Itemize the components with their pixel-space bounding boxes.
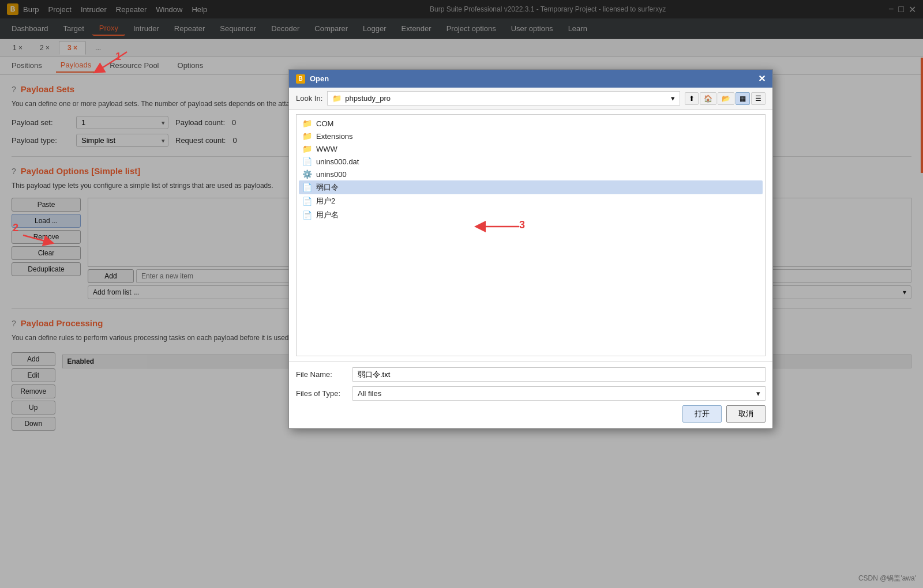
file-icon-username: 📄 [302, 210, 312, 220]
file-name-label: File Name: [296, 370, 348, 379]
file-item-weakpasswd[interactable]: 📄 弱口令 [299, 180, 763, 194]
file-item-com[interactable]: 📁 COM [299, 117, 763, 130]
nav-up-button[interactable]: ⬆ [685, 92, 699, 105]
file-item-unins000[interactable]: ⚙️ unins000 [299, 168, 763, 180]
file-item-user2[interactable]: 📄 用户2 [299, 194, 763, 208]
open-button[interactable]: 打开 [682, 405, 722, 423]
file-item-extensions[interactable]: 📁 Extensions [299, 130, 763, 142]
nav-new-folder-button[interactable]: 📂 [718, 92, 734, 105]
file-item-unins000dat[interactable]: 📄 unins000.dat [299, 155, 763, 168]
files-of-type-label: Files of Type: [296, 389, 348, 398]
view-list-button[interactable]: ▦ [736, 92, 750, 105]
folder-icon-www: 📁 [302, 144, 312, 153]
file-item-username[interactable]: 📄 用户名 [299, 208, 763, 222]
nav-home-button[interactable]: 🏠 [700, 92, 716, 105]
dialog-title-area: B Open [296, 74, 329, 84]
cancel-button[interactable]: 取消 [726, 405, 766, 423]
file-name-username: 用户名 [316, 210, 339, 220]
files-of-type-row: Files of Type: All files ▾ [296, 386, 766, 401]
dialog-titlebar: B Open ✕ [289, 70, 772, 88]
dialog-overlay: B Open ✕ Look In: 📁 phpstudy_pro ▾ ⬆ 🏠 📂… [0, 0, 923, 588]
file-name-com: COM [316, 119, 333, 128]
folder-icon-lookin: 📁 [332, 94, 342, 103]
dialog-action-buttons: 打开 取消 [296, 405, 766, 423]
look-in-chevron: ▾ [671, 94, 675, 103]
file-list[interactable]: 📁 COM 📁 Extensions 📁 WWW 📄 unins000.dat … [296, 114, 766, 356]
look-in-value: phpstudy_pro [345, 94, 391, 103]
dialog-toolbar: Look In: 📁 phpstudy_pro ▾ ⬆ 🏠 📂 ▦ ☰ [289, 88, 772, 110]
dialog-close-button[interactable]: ✕ [758, 73, 766, 84]
file-name-www: WWW [316, 145, 337, 153]
dialog-title-label: Open [310, 74, 329, 83]
file-dialog: B Open ✕ Look In: 📁 phpstudy_pro ▾ ⬆ 🏠 📂… [288, 69, 773, 429]
files-of-type-value: All files [358, 389, 381, 398]
file-name-weakpasswd: 弱口令 [316, 182, 339, 193]
file-item-www[interactable]: 📁 WWW [299, 142, 763, 155]
look-in-label: Look In: [296, 94, 322, 103]
file-icon-user2: 📄 [302, 197, 312, 206]
look-in-path[interactable]: 📁 phpstudy_pro ▾ [327, 91, 680, 105]
files-of-type-select[interactable]: All files ▾ [352, 386, 766, 401]
file-icon-weakpasswd: 📄 [302, 183, 312, 192]
file-icon-unins000dat: 📄 [302, 157, 312, 166]
file-icon-unins000: ⚙️ [302, 169, 312, 179]
toolbar-buttons: ⬆ 🏠 📂 ▦ ☰ [685, 92, 766, 105]
file-name-row: File Name: [296, 367, 766, 382]
file-name-unins000: unins000 [316, 170, 347, 179]
view-detail-button[interactable]: ☰ [751, 92, 766, 105]
dialog-logo: B [296, 74, 305, 84]
file-name-input[interactable] [352, 367, 766, 382]
dialog-footer: File Name: Files of Type: All files ▾ 打开… [289, 361, 772, 428]
folder-icon-com: 📁 [302, 119, 312, 128]
file-name-user2: 用户2 [316, 196, 335, 206]
file-name-unins000dat: unins000.dat [316, 157, 359, 166]
files-type-chevron: ▾ [756, 389, 760, 398]
folder-icon-extensions: 📁 [302, 131, 312, 141]
file-name-extensions: Extensions [316, 132, 353, 141]
